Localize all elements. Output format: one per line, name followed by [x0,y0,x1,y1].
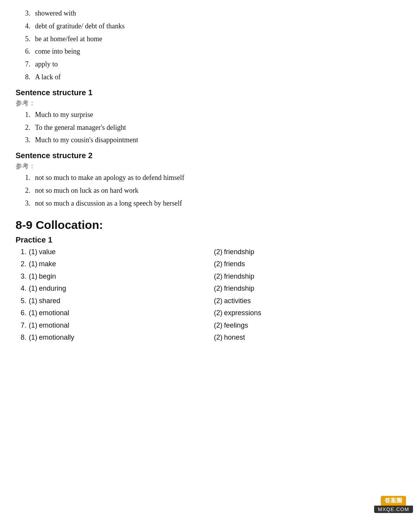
list-item: 4. debt of gratitude/ debt of thanks [16,21,404,32]
intro-list: 3. showered with 4. debt of gratitude/ d… [16,8,404,83]
left-word: emotionally [39,332,74,344]
practice-num: 4. [16,283,26,295]
list-num: 3. [16,198,30,209]
list-num: 5. [16,33,30,45]
practice-num: 8. [16,332,26,344]
left-word: emotional [39,319,69,332]
list-text: not so much on luck as on hard work [35,185,138,196]
sentence-structure-1-list: 1. Much to my surprise 2. To the general… [16,109,404,146]
practice-row-left: 2.(1)make [16,258,206,270]
list-text: be at home/feel at home [35,33,102,45]
list-item: 1. not so much to make an apology as to … [16,172,404,183]
practice1-heading: Practice 1 [16,236,404,244]
left-word: enduring [39,283,66,295]
left-paren: (1) [29,258,37,270]
ref-label-2: 参考： [16,162,404,171]
practice-row-right: (2)expressions [214,307,404,319]
list-item: 3. Much to my cousin's disappointment [16,134,404,146]
right-paren: (2) [214,332,222,344]
practice-row-right: (2)honest [214,332,404,344]
right-word: honest [224,332,245,344]
watermark-top: 答案圈 [381,496,406,506]
right-paren: (2) [214,283,222,295]
collocation-heading: 8-9 Collocation: [16,218,404,232]
right-word: activities [224,295,251,307]
practice-num: 6. [16,307,26,319]
right-word: expressions [224,307,261,319]
practice-row-right: (2)friendship [214,270,404,283]
practice-row-right: (2)feelings [214,319,404,332]
left-paren: (1) [29,307,37,319]
list-item: 1. Much to my surprise [16,109,404,120]
list-text: apply to [35,59,58,70]
list-num: 2. [16,122,30,133]
ref-label-1: 参考： [16,99,404,108]
practice-row-right: (2)activities [214,295,404,307]
list-text: A lack of [35,72,61,83]
list-num: 8. [16,72,30,83]
practice1-grid: 1.(1)value(2)friendship2.(1)make(2)frien… [16,246,404,344]
right-paren: (2) [214,307,222,319]
list-text: Much to my cousin's disappointment [35,134,138,146]
practice-row-left: 7.(1)emotional [16,319,206,332]
left-paren: (1) [29,295,37,307]
right-paren: (2) [214,295,222,307]
list-num: 2. [16,185,30,196]
right-word: friends [224,258,245,270]
practice-num: 5. [16,295,26,307]
list-num: 4. [16,21,30,32]
practice-row-left: 4.(1)enduring [16,283,206,295]
list-text: debt of gratitude/ debt of thanks [35,21,124,32]
practice-row-right: (2)friendship [214,246,404,258]
practice-row-left: 3.(1)begin [16,270,206,283]
list-item: 2. To the general manager's delight [16,122,404,133]
list-text: not so much a discussion as a long speec… [35,198,182,209]
practice-num: 1. [16,246,26,258]
practice-num: 7. [16,319,26,332]
right-paren: (2) [214,270,222,283]
list-text: not so much to make an apology as to def… [35,172,184,183]
right-word: friendship [224,270,254,283]
list-item: 2. not so much on luck as on hard work [16,185,404,196]
left-paren: (1) [29,246,37,258]
right-word: friendship [224,246,254,258]
sentence-structure-1-heading: Sentence structure 1 [16,88,404,97]
list-text: Much to my surprise [35,109,93,120]
list-item: 3. showered with [16,8,404,19]
list-text: come into being [35,46,80,57]
practice-row-right: (2)friends [214,258,404,270]
left-word: make [39,258,56,270]
practice-row-left: 1.(1)value [16,246,206,258]
left-paren: (1) [29,283,37,295]
left-word: begin [39,270,56,283]
practice-row-right: (2)friendship [214,283,404,295]
list-num: 6. [16,46,30,57]
list-item: 7. apply to [16,59,404,70]
practice-row-left: 6.(1)emotional [16,307,206,319]
sentence-structure-2-list: 1. not so much to make an apology as to … [16,172,404,209]
left-paren: (1) [29,270,37,283]
list-num: 7. [16,59,30,70]
practice-row-left: 5.(1)shared [16,295,206,307]
list-num: 3. [16,134,30,146]
right-word: friendship [224,283,254,295]
list-item: 6. come into being [16,46,404,57]
practice-row-left: 8.(1)emotionally [16,332,206,344]
list-item: 8. A lack of [16,72,404,83]
left-word: shared [39,295,60,307]
right-paren: (2) [214,319,222,332]
left-paren: (1) [29,332,37,344]
list-item: 5. be at home/feel at home [16,33,404,45]
practice-num: 2. [16,258,26,270]
sentence-structure-2-heading: Sentence structure 2 [16,151,404,160]
left-word: emotional [39,307,69,319]
right-paren: (2) [214,246,222,258]
list-text: showered with [35,8,76,19]
left-paren: (1) [29,319,37,332]
list-num: 1. [16,109,30,120]
right-paren: (2) [214,258,222,270]
list-text: To the general manager's delight [35,122,126,133]
watermark-bottom: MXQE.COM [374,506,413,513]
list-item: 3. not so much a discussion as a long sp… [16,198,404,209]
right-word: feelings [224,319,248,332]
